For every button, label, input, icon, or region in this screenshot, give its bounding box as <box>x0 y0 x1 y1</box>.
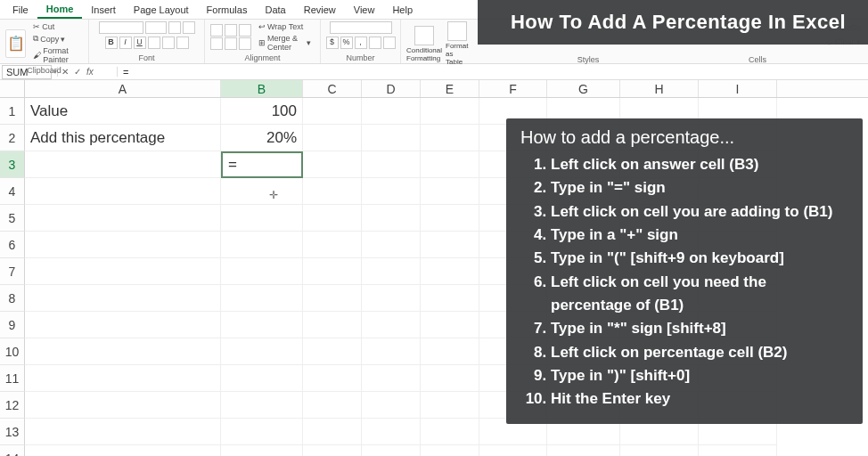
italic-button[interactable]: I <box>119 37 132 49</box>
row-header-8[interactable]: 8 <box>0 285 25 312</box>
cell-d2[interactable] <box>362 125 421 151</box>
row-header-14[interactable]: 14 <box>0 445 25 456</box>
cell-e9[interactable] <box>421 312 479 338</box>
cell-c2[interactable] <box>303 125 362 151</box>
menu-review[interactable]: Review <box>295 2 345 18</box>
cell-e4[interactable] <box>421 178 479 205</box>
format-as-table-button[interactable] <box>447 21 467 41</box>
cell-c4[interactable] <box>303 178 362 205</box>
format-painter-button[interactable]: 🖌 Format Painter <box>29 45 83 65</box>
cell-d9[interactable] <box>362 312 421 338</box>
cell-c8[interactable] <box>303 285 362 312</box>
cell-d7[interactable] <box>362 258 421 285</box>
increase-decimal-button[interactable] <box>369 37 381 49</box>
cell-a3[interactable] <box>25 151 221 178</box>
col-header-h[interactable]: H <box>620 80 699 97</box>
cell-c1[interactable] <box>303 98 362 125</box>
menu-view[interactable]: View <box>345 2 384 18</box>
cell-f14[interactable] <box>479 445 547 456</box>
cell-b6[interactable] <box>221 232 303 258</box>
cell-b13[interactable] <box>221 419 303 445</box>
cell-c10[interactable] <box>303 338 362 365</box>
row-header-2[interactable]: 2 <box>0 125 25 151</box>
cell-a10[interactable] <box>25 338 221 365</box>
cell-e14[interactable] <box>421 445 479 456</box>
cell-e12[interactable] <box>421 392 479 419</box>
row-header-9[interactable]: 9 <box>0 312 25 338</box>
cell-h14[interactable] <box>620 445 699 456</box>
cell-b1[interactable]: 100 <box>221 98 303 125</box>
align-bottom-button[interactable] <box>239 24 251 37</box>
row-header-1[interactable]: 1 <box>0 98 25 125</box>
formula-input[interactable]: = <box>118 67 868 77</box>
comma-button[interactable]: , <box>355 37 367 49</box>
menu-formulas[interactable]: Formulas <box>198 2 257 18</box>
cell-a13[interactable] <box>25 419 221 445</box>
cell-a1[interactable]: Value <box>25 98 221 125</box>
paste-button[interactable]: 📋 <box>5 29 26 58</box>
col-header-e[interactable]: E <box>421 80 479 97</box>
cell-e1[interactable] <box>421 98 479 125</box>
cell-e7[interactable] <box>421 258 479 285</box>
col-header-i[interactable]: I <box>699 80 777 97</box>
menu-data[interactable]: Data <box>256 2 294 18</box>
cell-a2[interactable]: Add this percentage <box>25 125 221 151</box>
cell-d11[interactable] <box>362 365 421 392</box>
cell-d14[interactable] <box>362 445 421 456</box>
cell-a11[interactable] <box>25 365 221 392</box>
cell-c6[interactable] <box>303 232 362 258</box>
cell-c5[interactable] <box>303 205 362 232</box>
cell-a5[interactable] <box>25 205 221 232</box>
cell-i14[interactable] <box>699 445 777 456</box>
cell-a9[interactable] <box>25 312 221 338</box>
cell-a4[interactable] <box>25 178 221 205</box>
cell-e6[interactable] <box>421 232 479 258</box>
col-header-c[interactable]: C <box>303 80 362 97</box>
col-header-f[interactable]: F <box>479 80 547 97</box>
decrease-decimal-button[interactable] <box>383 37 396 49</box>
cell-b12[interactable] <box>221 392 303 419</box>
align-middle-button[interactable] <box>225 24 237 37</box>
cell-c14[interactable] <box>303 445 362 456</box>
menu-page-layout[interactable]: Page Layout <box>125 2 198 18</box>
row-header-11[interactable]: 11 <box>0 365 25 392</box>
menu-insert[interactable]: Insert <box>82 2 125 18</box>
cell-c3[interactable] <box>303 151 362 178</box>
select-all-corner[interactable] <box>0 80 25 98</box>
cell-e10[interactable] <box>421 338 479 365</box>
row-header-10[interactable]: 10 <box>0 338 25 365</box>
font-name-select[interactable] <box>99 21 143 34</box>
decrease-font-button[interactable] <box>183 21 195 34</box>
percent-button[interactable]: % <box>340 37 353 49</box>
cell-b14[interactable] <box>221 445 303 456</box>
increase-font-button[interactable] <box>168 21 181 34</box>
cell-d1[interactable] <box>362 98 421 125</box>
menu-file[interactable]: File <box>4 2 37 18</box>
cell-b2[interactable]: 20% <box>221 125 303 151</box>
col-header-b[interactable]: B <box>221 80 303 97</box>
cell-c7[interactable] <box>303 258 362 285</box>
col-header-g[interactable]: G <box>547 80 620 97</box>
align-top-button[interactable] <box>210 24 223 37</box>
cell-e11[interactable] <box>421 365 479 392</box>
cell-d12[interactable] <box>362 392 421 419</box>
wrap-text-button[interactable]: ↩ Wrap Text <box>255 21 315 32</box>
menu-help[interactable]: Help <box>383 2 422 18</box>
fill-color-button[interactable] <box>162 37 175 49</box>
number-format-select[interactable] <box>330 21 392 34</box>
cell-e13[interactable] <box>421 419 479 445</box>
cell-d13[interactable] <box>362 419 421 445</box>
cell-g14[interactable] <box>547 445 620 456</box>
cell-b4[interactable] <box>221 178 303 205</box>
row-header-3[interactable]: 3 <box>0 151 25 178</box>
cell-d4[interactable] <box>362 178 421 205</box>
cell-e8[interactable] <box>421 285 479 312</box>
cut-button[interactable]: ✂ Cut <box>29 21 83 32</box>
menu-home[interactable]: Home <box>37 1 83 19</box>
cell-d3[interactable] <box>362 151 421 178</box>
row-header-6[interactable]: 6 <box>0 232 25 258</box>
cell-e5[interactable] <box>421 205 479 232</box>
cell-b8[interactable] <box>221 285 303 312</box>
cell-d6[interactable] <box>362 232 421 258</box>
cell-c13[interactable] <box>303 419 362 445</box>
